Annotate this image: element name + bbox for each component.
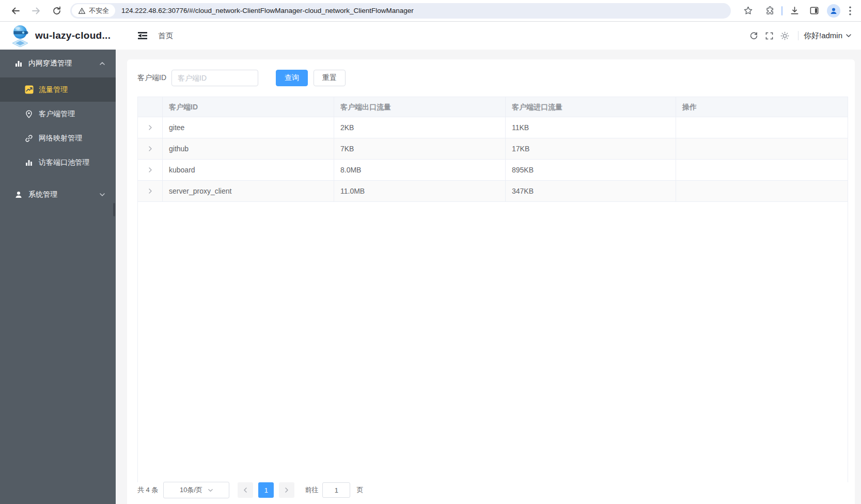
user-dropdown[interactable]: 你好!admin — [804, 31, 852, 41]
fullscreen-icon[interactable] — [762, 28, 777, 43]
goto-label: 前往 — [305, 485, 318, 495]
sidebar-group-system[interactable]: 系统管理 — [0, 181, 116, 209]
filter-form: 客户端ID 查询 重置 — [137, 70, 346, 86]
profile-icon[interactable] — [827, 4, 840, 18]
cell-actions — [676, 138, 848, 159]
cell-outbound: 11.0MB — [334, 181, 506, 201]
chevron-left-icon — [242, 487, 248, 493]
trend-icon — [24, 85, 34, 94]
browser-action-icons — [739, 2, 861, 20]
sidebar-item-port-pool[interactable]: 访客端口池管理 — [0, 150, 116, 175]
histogram-icon — [14, 59, 23, 68]
toolbar-divider — [781, 6, 782, 15]
next-page-button[interactable] — [279, 482, 294, 498]
sidebar-scrollbar-thumb[interactable] — [113, 203, 115, 216]
header-divider — [798, 31, 799, 40]
warning-icon — [78, 7, 86, 14]
app-header: wu-lazy-cloud... 首页 你好!admin — [0, 22, 861, 50]
cell-inbound: 895KB — [506, 160, 676, 180]
sidebar-group-label: 系统管理 — [28, 190, 99, 199]
traffic-table: 客户端ID 客户端出口流量 客户端进口流量 操作 gitee 2KB 11KB … — [137, 97, 848, 482]
sidebar-group-tunnel[interactable]: 内网穿透管理 — [0, 50, 116, 77]
cell-actions — [676, 181, 848, 201]
chevron-down-icon — [99, 192, 105, 198]
user-icon — [14, 190, 23, 199]
client-id-input[interactable] — [171, 70, 258, 86]
goto-page-input[interactable] — [322, 482, 350, 498]
cell-client-id: kuboard — [163, 160, 334, 180]
cell-inbound: 11KB — [506, 117, 676, 138]
header-actions: 你好!admin — [746, 28, 861, 43]
cell-inbound: 17KB — [506, 138, 676, 159]
table-row: kuboard 8.0MB 895KB — [138, 160, 848, 181]
back-icon[interactable] — [10, 6, 21, 16]
filter-label: 客户端ID — [137, 73, 166, 83]
refresh-icon[interactable] — [746, 28, 762, 43]
column-header-client-id: 客户端ID — [163, 97, 334, 117]
greeting-text: 你好!admin — [804, 31, 842, 41]
fold-icon[interactable] — [135, 28, 150, 43]
side-panel-icon[interactable] — [805, 2, 823, 20]
pagination: 共 4 条 10条/页 1 前往 页 — [137, 481, 363, 499]
star-icon[interactable] — [739, 2, 757, 20]
expand-row-icon[interactable] — [145, 144, 155, 154]
main-area: 客户端ID 查询 重置 客户端ID 客户端出口流量 客户端进口流量 操作 git… — [116, 50, 861, 504]
chevron-up-icon — [99, 60, 105, 67]
kebab-menu-icon[interactable] — [844, 2, 856, 20]
pagination-total: 共 4 条 — [137, 485, 158, 495]
sidebar-item-mapping[interactable]: 网络映射管理 — [0, 126, 116, 150]
breadcrumb[interactable]: 首页 — [158, 31, 173, 41]
table-row: gitee 2KB 11KB — [138, 117, 848, 138]
cell-client-id: github — [163, 138, 334, 159]
expand-row-icon[interactable] — [145, 122, 155, 133]
chevron-down-icon — [208, 487, 213, 493]
cell-client-id: gitee — [163, 117, 334, 138]
cell-outbound: 7KB — [334, 138, 506, 159]
extensions-icon[interactable] — [761, 2, 778, 20]
page-size-select[interactable]: 10条/页 — [163, 482, 229, 498]
download-icon[interactable] — [786, 2, 803, 20]
reset-button[interactable]: 重置 — [314, 70, 346, 86]
forward-icon[interactable] — [31, 6, 41, 16]
cell-outbound: 8.0MB — [334, 160, 506, 180]
link-icon — [24, 134, 34, 143]
expand-row-icon[interactable] — [145, 165, 155, 175]
table-row: github 7KB 17KB — [138, 138, 848, 160]
table-row: server_proxy_client 11.0MB 347KB — [138, 181, 848, 202]
browser-toolbar: 不安全 124.222.48.62:30776/#/cloud_network-… — [0, 0, 861, 22]
prev-page-button[interactable] — [238, 482, 253, 498]
sidebar-item-label: 流量管理 — [39, 85, 68, 94]
reload-icon[interactable] — [52, 6, 62, 16]
theme-icon[interactable] — [777, 28, 793, 43]
cell-inbound: 347KB — [506, 181, 676, 201]
table-header-row: 客户端ID 客户端出口流量 客户端进口流量 操作 — [138, 97, 848, 117]
column-header-inbound: 客户端进口流量 — [506, 97, 676, 117]
sidebar-item-traffic[interactable]: 流量管理 — [0, 77, 116, 102]
sidebar-group-label: 内网穿透管理 — [28, 59, 99, 68]
url-text: 124.222.48.62:30776/#/cloud_network-Clie… — [121, 7, 414, 14]
screen: 不安全 124.222.48.62:30776/#/cloud_network-… — [0, 0, 861, 504]
sidebar-item-label: 访客端口池管理 — [39, 158, 89, 167]
cell-outbound: 2KB — [334, 117, 506, 138]
chevron-right-icon — [284, 487, 290, 493]
content-card: 客户端ID 查询 重置 客户端ID 客户端出口流量 客户端进口流量 操作 git… — [127, 59, 855, 504]
column-header-outbound: 客户端出口流量 — [334, 97, 506, 117]
pin-icon — [24, 109, 34, 119]
sidebar-item-label: 网络映射管理 — [39, 134, 82, 143]
page-unit-label: 页 — [356, 485, 363, 495]
column-header-actions: 操作 — [676, 97, 848, 117]
app-title: wu-lazy-cloud... — [35, 30, 127, 41]
app-logo — [9, 24, 31, 47]
security-chip[interactable]: 不安全 — [72, 4, 115, 17]
browser-nav-cluster — [0, 6, 70, 16]
cell-client-id: server_proxy_client — [163, 181, 334, 201]
page-number-button[interactable]: 1 — [258, 482, 274, 498]
sidebar-item-clients[interactable]: 客户端管理 — [0, 102, 116, 126]
page-size-value: 10条/页 — [180, 485, 202, 495]
chevron-down-icon — [846, 33, 852, 39]
expand-row-icon[interactable] — [145, 186, 155, 196]
histogram-icon — [24, 158, 34, 167]
security-label: 不安全 — [89, 6, 109, 15]
address-bar[interactable]: 不安全 124.222.48.62:30776/#/cloud_network-… — [70, 3, 731, 19]
query-button[interactable]: 查询 — [276, 70, 308, 86]
